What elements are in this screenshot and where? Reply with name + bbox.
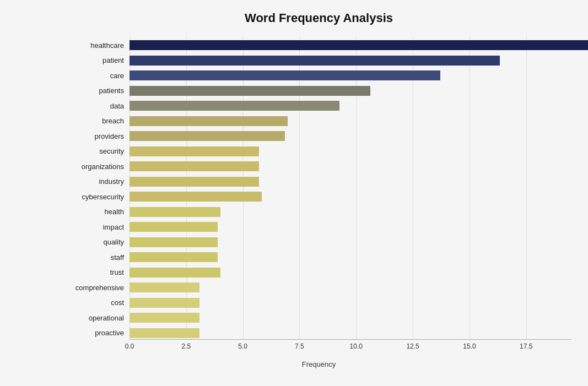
bar-label: trust [66,268,130,276]
bar-row: providers [66,130,571,142]
x-axis: 0.02.55.07.510.012.515.017.5 [130,339,571,356]
bar-row: cost [66,297,571,309]
bar [130,237,218,247]
bar-row: cybersecurity [66,191,571,203]
bar [130,86,370,96]
bar-row: healthcare [66,39,571,51]
bar-row: trust [66,267,571,279]
bar [130,328,199,338]
bar-row: data [66,100,571,112]
bar [130,177,259,187]
bar-label: operational [66,314,130,322]
x-tick: 2.5 [181,342,191,350]
bar-row: patient [66,55,571,67]
bar [130,222,218,232]
bar [130,207,220,217]
bar [130,101,339,111]
bar [130,192,262,202]
bars-wrapper: healthcarepatientcarepatientsdatabreachp… [66,36,571,356]
bar-row: staff [66,251,571,263]
bar-label: cybersecurity [66,193,130,201]
chart-container: Word Frequency Analysis healthcarepatien… [0,0,588,386]
bar [130,116,288,126]
bar [130,298,199,308]
x-axis-label: Frequency [66,360,571,368]
chart-area: healthcarepatientcarepatientsdatabreachp… [66,36,571,356]
bar-row: health [66,206,571,218]
x-tick: 0.0 [125,342,134,350]
bar-label: care [66,72,130,80]
bar-row: industry [66,176,571,188]
bar-row: patients [66,85,571,97]
bar-label: quality [66,238,130,246]
bar-label: organizations [66,162,130,171]
x-tick: 7.5 [295,342,304,350]
bar-row: impact [66,221,571,233]
bar-row: quality [66,236,571,248]
bar-row: organizations [66,160,571,172]
bar-label: industry [66,177,130,186]
x-tick: 10.0 [350,342,363,350]
bar-label: data [66,102,130,110]
bar-label: providers [66,132,130,140]
bar-label: security [66,147,130,155]
bar-row: security [66,145,571,157]
bar [130,252,218,262]
bar-label: patients [66,86,130,95]
x-tick: 17.5 [520,342,532,350]
bar-row: comprehensive [66,281,571,293]
bar [130,56,500,66]
bar [130,268,220,278]
bar-row: care [66,69,571,81]
bar-label: health [66,208,130,216]
bar [130,146,259,156]
bar-label: comprehensive [66,284,130,292]
bar-label: impact [66,223,130,231]
bar-label: breach [66,117,130,125]
bar-label: patient [66,56,130,64]
chart-title: Word Frequency Analysis [66,11,571,25]
bar-row: operational [66,312,571,324]
x-tick: 15.0 [463,342,476,350]
bar [130,313,199,323]
bar [130,282,199,292]
bar-row: breach [66,115,571,127]
bar [130,131,285,141]
bar-label: proactive [66,329,130,337]
x-tick: 12.5 [406,342,419,350]
bar-label: healthcare [66,41,130,50]
bar-label: cost [66,298,130,307]
bar-label: staff [66,253,130,262]
bar [130,161,259,171]
x-tick: 5.0 [238,342,247,350]
bar-row: proactive [66,327,571,339]
bar [130,70,440,80]
bar [130,40,588,50]
